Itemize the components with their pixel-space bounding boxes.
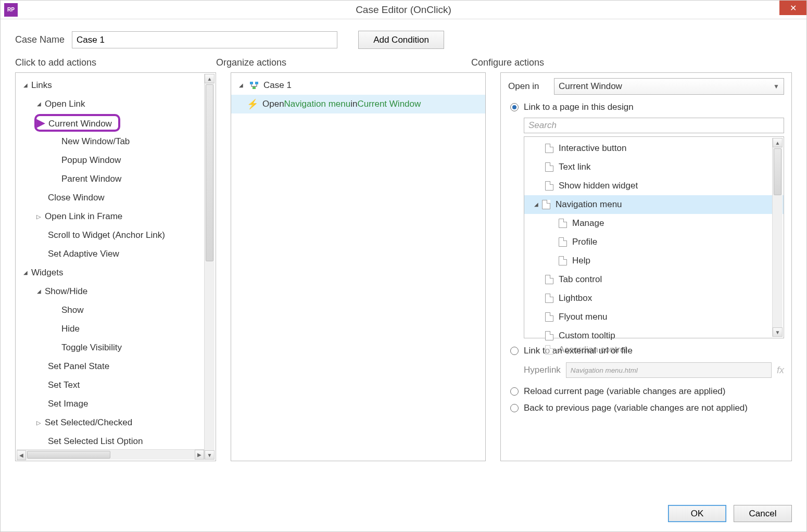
open-in-label: Open in xyxy=(508,81,554,92)
page-icon xyxy=(545,312,553,322)
chevron-down-icon: ▼ xyxy=(773,83,779,90)
page-item-interactive-button[interactable]: Interactive button xyxy=(524,139,784,158)
tree-current-window[interactable]: ▶Current Window xyxy=(16,113,216,132)
tree-set-image[interactable]: Set Image xyxy=(16,395,216,413)
tree-open-link[interactable]: Open Link xyxy=(16,95,216,113)
tree-set-selected-checked[interactable]: Set Selected/Checked xyxy=(16,413,216,432)
search-placeholder: Search xyxy=(528,120,557,131)
svg-rect-1 xyxy=(255,82,258,84)
caret-closed-icon xyxy=(34,419,43,426)
tree-show[interactable]: Show xyxy=(16,301,216,320)
add-condition-button[interactable]: Add Condition xyxy=(358,31,444,49)
radio-link-to-page[interactable]: Link to a page in this design xyxy=(510,102,784,112)
page-item-text-link[interactable]: Text link xyxy=(524,158,784,176)
highlight-arrow-icon: ▶ xyxy=(36,116,45,129)
tree-label: Toggle Visibility xyxy=(61,343,122,353)
page-item-accordion-control[interactable]: Accordion control xyxy=(524,345,784,354)
svg-rect-2 xyxy=(253,86,256,89)
page-icon xyxy=(545,144,553,153)
tree-open-link-in-frame[interactable]: Open Link in Frame xyxy=(16,207,216,226)
scroll-down-icon[interactable]: ▼ xyxy=(773,327,783,337)
tree-new-window[interactable]: New Window/Tab xyxy=(16,132,216,151)
tree-toggle-visibility[interactable]: Toggle Visibility xyxy=(16,338,216,357)
scrollbar-vertical[interactable]: ▲ ▼ xyxy=(772,138,783,337)
caret-open-icon xyxy=(21,82,29,89)
radio-label: Reload current page (variable changes ar… xyxy=(524,386,725,397)
page-label: Help xyxy=(572,256,590,266)
open-in-select[interactable]: Current Window ▼ xyxy=(554,78,784,95)
action-text-link: Navigation menu xyxy=(284,99,351,109)
page-label: Accordion control xyxy=(559,345,627,354)
column-header-actions: Click to add actions xyxy=(15,57,216,68)
organize-case-label: Case 1 xyxy=(263,80,292,91)
caret-closed-icon xyxy=(34,213,43,220)
tree-label: Set Selected/Checked xyxy=(45,417,132,428)
page-item-flyout-menu[interactable]: Flyout menu xyxy=(524,308,784,326)
scrollbar-horizontal[interactable]: ◀ ▶ xyxy=(17,449,204,460)
radio-back-page[interactable]: Back to previous page (variable changes … xyxy=(510,403,784,413)
caret-open-icon xyxy=(236,82,245,89)
tree-widgets[interactable]: Widgets xyxy=(16,263,216,282)
tree-show-hide[interactable]: Show/Hide xyxy=(16,282,216,301)
ok-button[interactable]: OK xyxy=(668,505,726,522)
tree-hide[interactable]: Hide xyxy=(16,320,216,338)
page-item-show-hidden-widget[interactable]: Show hidden widget xyxy=(524,176,784,195)
hyperlink-label: Hyperlink xyxy=(524,365,561,375)
tree-set-panel-state[interactable]: Set Panel State xyxy=(16,357,216,376)
page-icon xyxy=(545,294,553,303)
configure-panel: Open in Current Window ▼ Link to a page … xyxy=(500,72,792,461)
page-item-tab-control[interactable]: Tab control xyxy=(524,270,784,289)
tree-label: Set Image xyxy=(48,399,89,409)
page-icon xyxy=(545,331,553,340)
case-name-input[interactable] xyxy=(72,31,337,48)
page-label: Interactive button xyxy=(559,143,626,154)
tree-label: Widgets xyxy=(31,268,63,278)
tree-label: Current Window xyxy=(48,119,112,129)
page-list-panel: Interactive button Text link Show hidden… xyxy=(524,136,784,338)
tree-set-adaptive-view[interactable]: Set Adaptive View xyxy=(16,245,216,263)
page-item-navigation-menu[interactable]: Navigation menu xyxy=(524,195,784,214)
window-title: Case Editor (OnClick) xyxy=(1,4,806,16)
tree-set-text[interactable]: Set Text xyxy=(16,376,216,395)
organize-case-row[interactable]: Case 1 xyxy=(231,76,485,95)
scroll-left-icon[interactable]: ◀ xyxy=(17,450,26,460)
scroll-up-icon[interactable]: ▲ xyxy=(773,138,783,147)
fx-icon[interactable]: fx xyxy=(777,365,784,376)
tree-popup-window[interactable]: Popup Window xyxy=(16,151,216,170)
page-label: Navigation menu xyxy=(556,199,622,210)
tree-links[interactable]: Links xyxy=(16,76,216,95)
page-icon xyxy=(542,200,550,209)
page-label: Tab control xyxy=(559,274,602,285)
tree-scroll-to-widget[interactable]: Scroll to Widget (Anchor Link) xyxy=(16,226,216,245)
tree-label: Show/Hide xyxy=(45,286,87,297)
page-item-profile[interactable]: Profile xyxy=(524,233,784,251)
radio-reload-page[interactable]: Reload current page (variable changes ar… xyxy=(510,386,784,397)
page-icon xyxy=(545,345,553,354)
page-item-help[interactable]: Help xyxy=(524,251,784,270)
page-label: Custom tooltip xyxy=(559,331,615,341)
scroll-down-icon[interactable]: ▼ xyxy=(205,450,215,460)
hyperlink-input xyxy=(566,362,772,378)
scrollbar-vertical[interactable]: ▲ ▼ xyxy=(204,74,215,460)
scroll-up-icon[interactable]: ▲ xyxy=(205,74,215,83)
tree-label: New Window/Tab xyxy=(61,136,130,147)
close-button[interactable]: ✕ xyxy=(779,1,806,15)
organize-action-row[interactable]: ⚡ Open Navigation menu in Current Window xyxy=(231,95,485,113)
page-item-custom-tooltip[interactable]: Custom tooltip xyxy=(524,326,784,345)
caret-open-icon xyxy=(21,269,29,276)
page-item-lightbox[interactable]: Lightbox xyxy=(524,289,784,308)
tree-label: Set Selected List Option xyxy=(48,436,143,447)
tree-label: Set Panel State xyxy=(48,361,109,372)
tree-parent-window[interactable]: Parent Window xyxy=(16,170,216,188)
tree-set-selected-list-option[interactable]: Set Selected List Option xyxy=(16,432,216,451)
tree-label: Open Link xyxy=(45,99,85,109)
page-label: Show hidden widget xyxy=(559,181,638,191)
tree-label: Hide xyxy=(61,324,80,334)
case-icon xyxy=(249,80,259,91)
page-search-input[interactable]: Search xyxy=(524,118,784,133)
tree-close-window[interactable]: Close Window xyxy=(16,188,216,207)
page-item-manage[interactable]: Manage xyxy=(524,214,784,233)
tree-label: Close Window xyxy=(48,193,105,203)
cancel-button[interactable]: Cancel xyxy=(734,505,792,522)
scroll-right-icon[interactable]: ▶ xyxy=(195,450,204,460)
